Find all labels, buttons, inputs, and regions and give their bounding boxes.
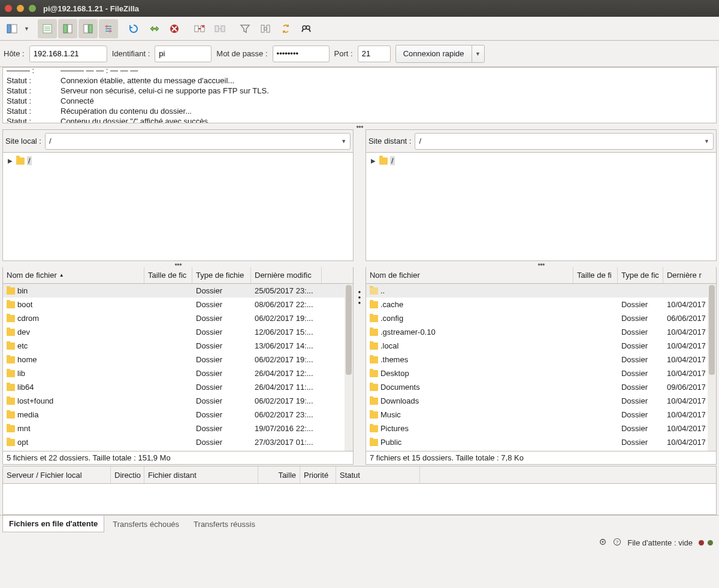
svg-line-26 (302, 29, 303, 32)
quickconnect-dropdown-icon[interactable]: ▼ (472, 51, 484, 57)
col-type[interactable]: Type de fichie (192, 267, 251, 283)
list-item[interactable]: mediaDossier06/02/2017 23:... (3, 408, 353, 422)
tree-node[interactable]: ▶ / (7, 156, 349, 165)
local-file-list[interactable]: binDossier25/05/2017 23:...bootDossier08… (2, 284, 354, 451)
toggle-log-icon[interactable] (38, 19, 57, 38)
queue-tabs: Fichiers en file d'attente Transferts éc… (0, 515, 719, 534)
remote-file-list[interactable]: ...cacheDossier10/04/2017.configDossier0… (365, 284, 717, 451)
local-path-combo[interactable]: / ▼ (45, 133, 351, 150)
password-input[interactable] (273, 46, 330, 62)
list-item[interactable]: DocumentsDossier09/06/2017 (366, 380, 716, 394)
list-item[interactable]: binDossier25/05/2017 23:... (3, 284, 353, 298)
list-item[interactable]: mntDossier19/07/2016 22:... (3, 422, 353, 435)
col-direction[interactable]: Directio (111, 466, 144, 483)
list-item[interactable]: PicturesDossier10/04/2017 (366, 422, 716, 435)
directory-compare-icon[interactable] (256, 19, 275, 38)
col-queue-size[interactable]: Taille (258, 466, 300, 483)
sync-browsing-icon[interactable] (276, 19, 295, 38)
col-name[interactable]: Nom de fichier (366, 267, 573, 283)
help-icon[interactable]: ? (613, 538, 621, 548)
list-item[interactable]: optDossier27/03/2017 01:... (3, 435, 353, 449)
message-log[interactable]: ——— :——— — — : — — — Statut :Connexion é… (2, 67, 717, 123)
folder-icon (370, 356, 378, 363)
list-item[interactable]: PublicDossier10/04/2017 (366, 435, 716, 449)
pane-splitter[interactable]: ●●● (354, 129, 365, 465)
expand-icon[interactable]: ▶ (7, 157, 14, 164)
scrollbar-thumb[interactable] (346, 285, 352, 375)
tab-failed[interactable]: Transferts échoués (107, 516, 185, 532)
process-queue-icon[interactable] (144, 19, 164, 38)
site-manager-split-button[interactable]: ▼ (2, 19, 32, 38)
col-priority[interactable]: Priorité (300, 466, 336, 483)
col-remote-file[interactable]: Fichier distant (144, 466, 258, 483)
site-manager-icon[interactable] (2, 19, 22, 38)
tab-queued[interactable]: Fichiers en file d'attente (2, 516, 104, 532)
statusbar: ? File d'attente : vide (0, 534, 719, 551)
gear-icon[interactable] (599, 538, 607, 548)
dropdown-caret-icon[interactable]: ▼ (22, 26, 32, 32)
folder-icon (7, 398, 15, 405)
file-type: Dossier (618, 300, 663, 309)
list-item[interactable]: bootDossier08/06/2017 22:... (3, 298, 353, 311)
list-item[interactable]: DesktopDossier10/04/2017 (366, 366, 716, 380)
toggle-queue-icon[interactable] (99, 19, 118, 38)
col-server[interactable]: Serveur / Fichier local (3, 466, 111, 483)
list-item[interactable]: lib64Dossier26/04/2017 11:... (3, 380, 353, 394)
list-item[interactable]: MusicDossier10/04/2017 (366, 408, 716, 422)
list-item[interactable]: homeDossier06/02/2017 19:... (3, 353, 353, 366)
col-date[interactable]: Dernière r (663, 267, 705, 283)
list-item[interactable]: DownloadsDossier10/04/2017 (366, 394, 716, 408)
queue-body[interactable] (2, 484, 717, 515)
list-item[interactable]: libDossier26/04/2017 12:... (3, 366, 353, 380)
scrollbar-thumb[interactable] (709, 285, 715, 375)
scrollbar[interactable] (345, 284, 353, 451)
file-type: Dossier (192, 396, 251, 405)
port-input[interactable] (358, 46, 391, 62)
list-item[interactable]: .gstreamer-0.10Dossier10/04/2017 (366, 325, 716, 339)
col-type[interactable]: Type de fic (618, 267, 663, 283)
remote-tree-splitter[interactable]: ●●● (365, 261, 717, 267)
list-item[interactable]: lost+foundDossier06/02/2017 19:... (3, 394, 353, 408)
tree-node[interactable]: ▶ / (370, 156, 712, 165)
search-icon[interactable] (297, 19, 316, 38)
tree-node-label: / (390, 156, 395, 165)
local-tree-splitter[interactable]: ●●● (2, 261, 354, 267)
toggle-local-tree-icon[interactable] (58, 19, 77, 38)
toggle-remote-tree-icon[interactable] (78, 19, 98, 38)
scrollbar[interactable] (708, 284, 716, 451)
user-input[interactable] (155, 46, 212, 62)
file-date: 06/06/2017 (663, 314, 705, 323)
splitter-horizontal[interactable]: ●●● (0, 123, 719, 129)
tab-success[interactable]: Transferts réussis (188, 516, 261, 532)
col-size[interactable]: Taille de fi (573, 267, 618, 283)
list-item[interactable]: .. (366, 284, 716, 298)
quickconnect-button[interactable]: Connexion rapide ▼ (395, 45, 485, 63)
remote-path-combo[interactable]: / ▼ (415, 133, 714, 150)
col-size[interactable]: Taille de fic (144, 267, 192, 283)
remote-tree[interactable]: ▶ / (365, 152, 717, 261)
disconnect-icon[interactable] (190, 19, 209, 38)
local-tree[interactable]: ▶ / (2, 152, 354, 261)
maximize-window-button[interactable] (29, 5, 36, 12)
list-item[interactable]: etcDossier13/06/2017 14:... (3, 339, 353, 353)
list-item[interactable]: .localDossier10/04/2017 (366, 339, 716, 353)
list-item[interactable]: devDossier12/06/2017 15:... (3, 325, 353, 339)
col-name[interactable]: Nom de fichier▲ (3, 267, 144, 283)
close-window-button[interactable] (5, 5, 12, 12)
queue-header: Serveur / Fichier local Directio Fichier… (2, 466, 717, 484)
cancel-icon[interactable] (165, 19, 184, 38)
minimize-window-button[interactable] (17, 5, 24, 12)
list-item[interactable]: cdromDossier06/02/2017 19:... (3, 311, 353, 325)
expand-icon[interactable]: ▶ (370, 157, 377, 164)
reconnect-icon[interactable] (210, 19, 229, 38)
list-item[interactable]: TemplatesDossier10/04/2017 (366, 449, 716, 451)
refresh-icon[interactable] (124, 19, 143, 38)
list-item[interactable]: .themesDossier10/04/2017 (366, 353, 716, 366)
list-item[interactable]: .cacheDossier10/04/2017 (366, 298, 716, 311)
list-item[interactable]: procDossier11/06/2017 17:... (3, 449, 353, 451)
list-item[interactable]: .configDossier06/06/2017 (366, 311, 716, 325)
col-date[interactable]: Dernière modific (251, 267, 322, 283)
filter-icon[interactable] (235, 19, 255, 38)
col-queue-status[interactable]: Statut (336, 466, 420, 483)
host-input[interactable] (29, 46, 107, 62)
